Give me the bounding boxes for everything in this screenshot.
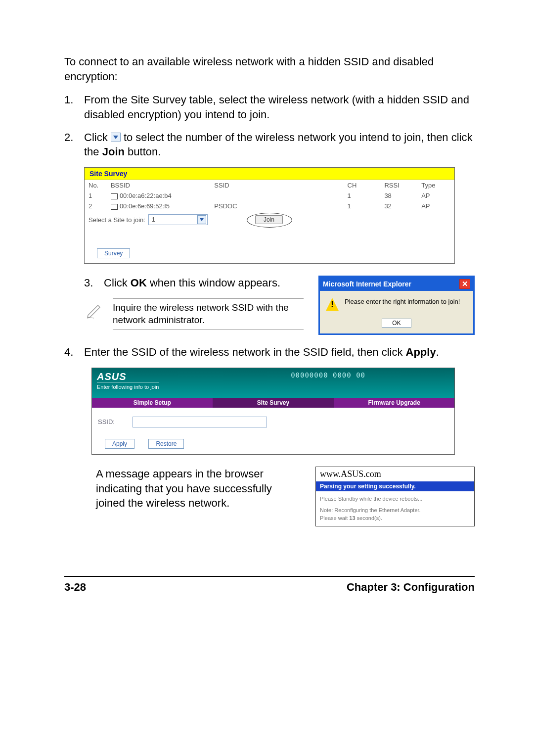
col-no: No. (85, 180, 107, 190)
step-4: 4. Enter the SSID of the wireless networ… (64, 345, 475, 360)
intro-paragraph: To connect to an available wireless netw… (64, 54, 475, 84)
page-number: 3-28 (64, 581, 86, 594)
note-text: Inquire the wireless network SSID with t… (113, 298, 304, 330)
success-paragraph: A message appears in the browser indicat… (84, 467, 298, 526)
dialog-message: Please enter the right information to jo… (345, 298, 460, 305)
svg-marker-0 (113, 136, 118, 139)
table-row[interactable]: 1 00:0e:a6:22:ae:b4 1 38 AP (85, 190, 454, 201)
ssid-input[interactable] (133, 417, 267, 427)
tab-firmware-upgrade[interactable]: Firmware Upgrade (334, 398, 454, 408)
site-select[interactable]: 1 (148, 214, 208, 225)
select-site-label: Select a Site to join: (89, 216, 145, 224)
col-rssi: RSSI (380, 180, 417, 190)
device-icon (111, 193, 118, 199)
chapter-title: Chapter 3: Configuration (347, 581, 475, 594)
device-icon (111, 204, 118, 210)
success-line-2: Note: Reconfiguring the Ethernet Adapter… (320, 507, 470, 514)
ok-button[interactable]: OK (382, 319, 411, 328)
asus-config-screenshot: ASUS Enter following info to join 000000… (91, 368, 455, 455)
tab-site-survey[interactable]: Site Survey (213, 398, 334, 408)
asus-mac-blurred: 00000000 0000 00 (291, 371, 365, 379)
apply-button[interactable]: Apply (105, 439, 134, 449)
step-2-a: Click (84, 131, 111, 143)
step-1: 1. From the Site Survey table, select th… (64, 93, 475, 122)
success-screenshot: www.ASUS.com Parsing your setting succes… (315, 467, 475, 526)
step-2-join: Join (102, 145, 125, 158)
dialog-title: Microsoft Internet Explorer (323, 280, 411, 288)
col-ssid: SSID (210, 180, 343, 190)
warning-icon: ! (326, 298, 339, 311)
col-ch: CH (344, 180, 381, 190)
close-icon[interactable]: ✕ (459, 279, 470, 289)
asus-subtitle: Enter following info to join (97, 382, 159, 390)
success-bar: Parsing your setting successfully. (316, 481, 474, 491)
pencil-note-icon (84, 298, 106, 330)
join-button[interactable]: Join (255, 215, 283, 224)
success-url: www.ASUS.com (316, 467, 474, 481)
site-survey-table: No. BSSID SSID CH RSSI Type 1 00:0e:a6:2… (85, 180, 454, 211)
table-row[interactable]: 2 00:0e:6e:69:52:f5 PSDOC 1 32 AP (85, 201, 454, 211)
dropdown-icon (111, 133, 121, 142)
col-type: Type (417, 180, 454, 190)
site-select-value: 1 (152, 216, 155, 223)
tab-simple-setup[interactable]: Simple Setup (92, 398, 213, 408)
success-line-3: Please wait 13 second(s). (320, 515, 470, 522)
ie-dialog: Microsoft Internet Explorer ✕ ! Please e… (318, 276, 475, 335)
restore-button[interactable]: Restore (148, 439, 184, 449)
asus-logo: ASUS (97, 371, 449, 382)
step-3: 3. Click OK when this window appears. (84, 276, 304, 290)
chevron-down-icon (197, 215, 206, 224)
step-2: 2. Click to select the number of the wir… (64, 130, 475, 159)
svg-marker-1 (200, 218, 204, 221)
step-2-c: button. (128, 145, 161, 158)
site-survey-screenshot: Site Survey No. BSSID SSID CH RSSI Type … (84, 167, 455, 264)
success-line-1: Please Standby while the device reboots.… (320, 495, 470, 503)
col-bssid: BSSID (107, 180, 210, 190)
survey-button[interactable]: Survey (97, 248, 130, 258)
ssid-label: SSID: (98, 418, 128, 425)
site-survey-header: Site Survey (85, 168, 454, 180)
step-1-text: From the Site Survey table, select the w… (84, 94, 469, 121)
